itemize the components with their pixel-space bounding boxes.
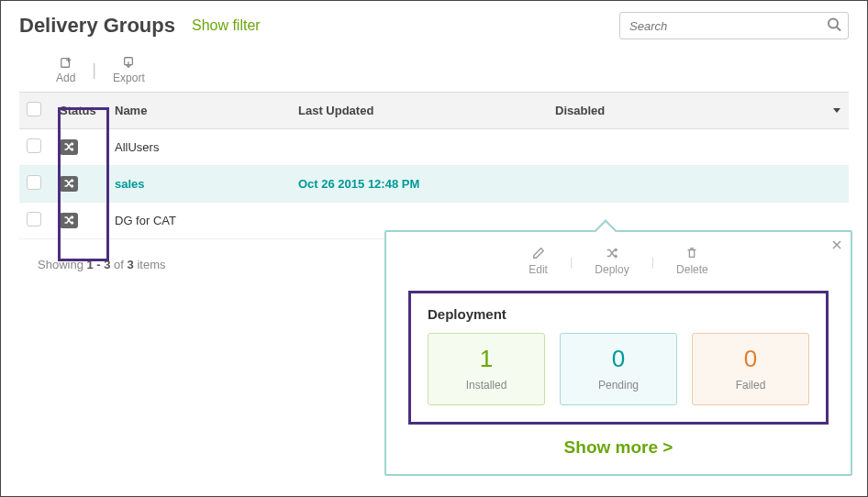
page-title: Delivery Groups bbox=[19, 14, 175, 38]
shuffle-icon bbox=[60, 139, 78, 155]
stat-failed-label: Failed bbox=[693, 379, 808, 392]
column-picker[interactable] bbox=[825, 93, 849, 129]
deploy-button[interactable]: Deploy bbox=[595, 247, 629, 276]
search-input[interactable] bbox=[619, 12, 849, 39]
stat-installed-label: Installed bbox=[428, 379, 544, 392]
detail-panel: Edit | Deploy | Delete Deployment 1 Inst… bbox=[384, 230, 852, 476]
toolbar-separator: | bbox=[651, 255, 654, 269]
delete-button[interactable]: Delete bbox=[676, 247, 708, 276]
search-icon[interactable] bbox=[827, 17, 841, 35]
row-name: sales bbox=[107, 166, 291, 203]
close-button[interactable] bbox=[832, 239, 841, 252]
toolbar-separator: | bbox=[570, 255, 573, 269]
stat-failed-count: 0 bbox=[693, 345, 808, 373]
table-row[interactable]: sales Oct 26 2015 12:48 PM bbox=[19, 166, 849, 203]
row-checkbox[interactable] bbox=[27, 212, 41, 226]
svg-marker-7 bbox=[833, 108, 840, 113]
deployment-section: Deployment 1 Installed 0 Pending 0 Faile… bbox=[408, 291, 829, 425]
pencil-icon bbox=[532, 247, 545, 260]
add-label: Add bbox=[56, 72, 75, 84]
show-more-link[interactable]: Show more > bbox=[408, 437, 829, 458]
toolbar-separator: | bbox=[92, 61, 96, 80]
stat-installed-count: 1 bbox=[428, 345, 544, 373]
table-row[interactable]: AllUsers bbox=[19, 129, 849, 166]
edit-button[interactable]: Edit bbox=[529, 247, 548, 276]
deployment-title: Deployment bbox=[428, 306, 809, 322]
export-icon bbox=[121, 56, 136, 69]
column-last-updated[interactable]: Last Updated bbox=[291, 93, 548, 129]
column-disabled[interactable]: Disabled bbox=[548, 93, 825, 129]
shuffle-icon bbox=[606, 247, 618, 260]
show-filter-link[interactable]: Show filter bbox=[192, 17, 261, 34]
shuffle-icon bbox=[60, 176, 78, 192]
chevron-down-icon bbox=[832, 105, 841, 115]
add-button[interactable]: Add bbox=[56, 56, 75, 84]
stat-pending[interactable]: 0 Pending bbox=[560, 333, 677, 405]
export-label: Export bbox=[113, 72, 145, 84]
close-icon bbox=[832, 240, 841, 249]
svg-point-0 bbox=[829, 19, 838, 28]
column-status[interactable]: Status bbox=[52, 93, 107, 129]
column-name[interactable]: Name bbox=[107, 93, 291, 129]
select-all-checkbox[interactable] bbox=[27, 102, 41, 116]
export-button[interactable]: Export bbox=[113, 56, 145, 84]
shuffle-icon bbox=[60, 213, 78, 228]
svg-line-1 bbox=[837, 28, 840, 31]
delivery-groups-table: Status Name Last Updated Disabled AllUse… bbox=[19, 92, 849, 239]
row-last-updated: Oct 26 2015 12:48 PM bbox=[291, 166, 548, 203]
stat-pending-label: Pending bbox=[561, 379, 676, 392]
stat-installed[interactable]: 1 Installed bbox=[428, 333, 545, 405]
stat-pending-count: 0 bbox=[561, 345, 676, 373]
add-icon bbox=[59, 56, 73, 69]
row-last-updated bbox=[291, 129, 548, 166]
trash-icon bbox=[685, 247, 698, 260]
row-name: DG for CAT bbox=[107, 203, 291, 239]
row-name: AllUsers bbox=[107, 129, 291, 166]
stat-failed[interactable]: 0 Failed bbox=[692, 333, 809, 405]
row-checkbox[interactable] bbox=[27, 138, 41, 153]
row-checkbox[interactable] bbox=[27, 175, 41, 190]
